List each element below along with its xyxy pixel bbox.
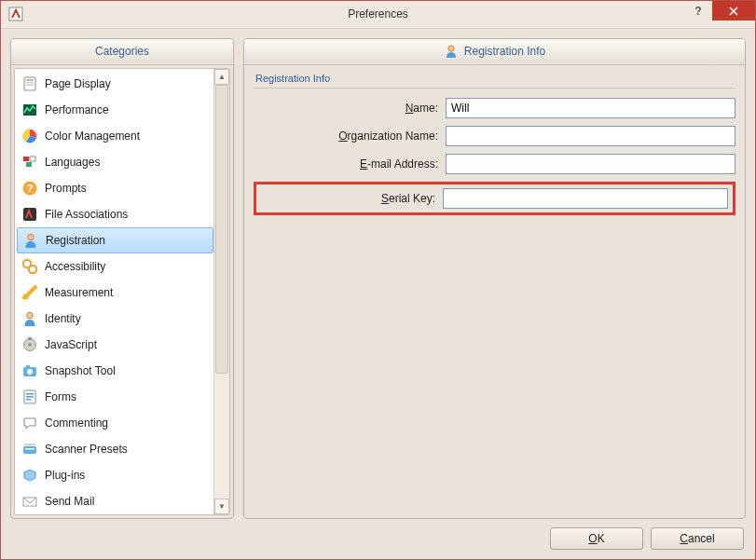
categories-list: Page DisplayPerformanceColor ManagementL… (15, 69, 213, 514)
category-item-identity[interactable]: Identity (17, 306, 213, 332)
category-item-label: Scanner Presets (45, 443, 128, 456)
category-item-scanner-presets[interactable]: Scanner Presets (17, 436, 213, 462)
svg-point-16 (27, 312, 34, 319)
categories-header: Categories (11, 39, 233, 65)
category-item-forms[interactable]: Forms (17, 384, 213, 410)
registration-header-label: Registration Info (464, 45, 545, 58)
svg-rect-25 (26, 396, 34, 398)
svg-rect-4 (26, 84, 34, 86)
category-item-label: Color Management (45, 130, 140, 143)
svg-rect-28 (25, 448, 34, 450)
svg-point-15 (29, 265, 36, 272)
scroll-up-button[interactable]: ▲ (214, 69, 229, 85)
category-item-performance[interactable]: Performance (17, 97, 213, 123)
registration-body: Registration Info Name: Organization Nam… (244, 65, 745, 518)
registration-icon (21, 231, 40, 250)
category-item-registration[interactable]: Registration (17, 227, 213, 253)
cancel-button[interactable]: Cancel (651, 527, 744, 550)
svg-point-13 (28, 234, 34, 240)
categories-body: Page DisplayPerformanceColor ManagementL… (14, 68, 230, 515)
serial-highlight: Serial Key: (254, 182, 735, 215)
file-assoc-icon (21, 205, 39, 224)
category-item-plug-ins[interactable]: Plug-ins (17, 462, 213, 488)
category-item-page-display[interactable]: Page Display (17, 71, 213, 97)
category-item-commenting[interactable]: Commenting (17, 410, 213, 436)
snapshot-icon (21, 362, 39, 380)
category-item-color-management[interactable]: Color Management (17, 123, 213, 149)
color-mgmt-icon (21, 127, 39, 145)
languages-icon (21, 153, 39, 171)
measurement-icon (21, 283, 39, 302)
category-item-measurement[interactable]: Measurement (17, 280, 213, 306)
prompts-icon: ? (21, 179, 39, 198)
registration-header: Registration Info (244, 39, 745, 65)
category-item-label: Plug-ins (45, 469, 85, 482)
category-item-label: Snapshot Tool (45, 364, 116, 377)
content-row: Categories Page DisplayPerformanceColor … (1, 29, 755, 519)
ok-button[interactable]: OK (550, 527, 643, 550)
category-item-languages[interactable]: Languages (17, 149, 213, 175)
category-item-label: Prompts (45, 182, 87, 195)
category-item-label: Forms (45, 390, 76, 403)
titlebar: Preferences ? (1, 1, 755, 29)
svg-rect-3 (26, 82, 34, 84)
svg-rect-19 (28, 337, 32, 340)
svg-point-18 (28, 343, 32, 347)
category-item-label: JavaScript (45, 338, 97, 351)
scroll-track[interactable] (214, 85, 229, 499)
svg-rect-9 (26, 162, 32, 167)
accessibility-icon (21, 257, 39, 276)
serial-input[interactable] (443, 188, 728, 209)
close-button[interactable] (712, 1, 755, 20)
category-item-label: Commenting (45, 417, 108, 430)
email-input[interactable] (446, 154, 735, 174)
scanner-icon (21, 440, 39, 458)
email-row: E-mail Address: (254, 154, 735, 174)
org-input[interactable] (446, 126, 735, 146)
svg-rect-29 (24, 444, 35, 446)
name-label: Name: (254, 102, 440, 115)
category-item-file-associations[interactable]: File Associations (17, 201, 213, 227)
category-item-label: Identity (45, 312, 81, 325)
window-title: Preferences (1, 7, 755, 20)
category-item-accessibility[interactable]: Accessibility (17, 253, 213, 280)
registration-info-group: Registration Info Name: Organization Nam… (254, 71, 735, 215)
svg-point-31 (448, 46, 454, 51)
svg-rect-2 (26, 79, 34, 81)
preferences-window: Preferences ? Categories Page DisplayPer… (0, 0, 756, 560)
name-row: Name: (254, 98, 735, 118)
registration-info-title: Registration Info (254, 71, 735, 89)
category-item-label: Measurement (45, 286, 113, 299)
plugins-icon (21, 466, 39, 485)
serial-label: Serial Key: (261, 192, 437, 205)
categories-scrollbar[interactable]: ▲ ▼ (213, 69, 229, 514)
svg-rect-27 (23, 446, 36, 454)
name-input[interactable] (446, 98, 735, 118)
category-item-prompts[interactable]: ?Prompts (17, 175, 213, 201)
category-item-snapshot-tool[interactable]: Snapshot Tool (17, 358, 213, 384)
scroll-thumb[interactable] (215, 85, 228, 375)
category-item-label: Registration (46, 234, 105, 247)
category-item-javascript[interactable]: JavaScript (17, 332, 213, 358)
svg-point-21 (27, 369, 33, 375)
category-item-label: Accessibility (45, 260, 105, 273)
page-display-icon (21, 75, 39, 93)
svg-rect-8 (30, 157, 35, 161)
categories-panel: Categories Page DisplayPerformanceColor … (10, 38, 234, 519)
category-item-label: File Associations (45, 208, 128, 221)
sendmail-icon (21, 492, 39, 511)
org-label: Organization Name: (254, 130, 440, 143)
svg-rect-7 (23, 157, 29, 161)
category-item-label: Page Display (45, 77, 111, 90)
svg-rect-22 (26, 365, 30, 368)
category-item-send-mail[interactable]: Send Mail (17, 488, 213, 514)
svg-text:?: ? (27, 183, 34, 194)
forms-icon (21, 388, 39, 406)
help-button[interactable]: ? (684, 1, 712, 20)
serial-row: Serial Key: (254, 182, 735, 215)
registration-panel: Registration Info Registration Info Name… (243, 38, 746, 519)
scroll-down-button[interactable]: ▼ (214, 499, 229, 514)
category-item-label: Send Mail (45, 495, 94, 508)
identity-icon (21, 309, 39, 328)
svg-rect-24 (26, 393, 34, 395)
